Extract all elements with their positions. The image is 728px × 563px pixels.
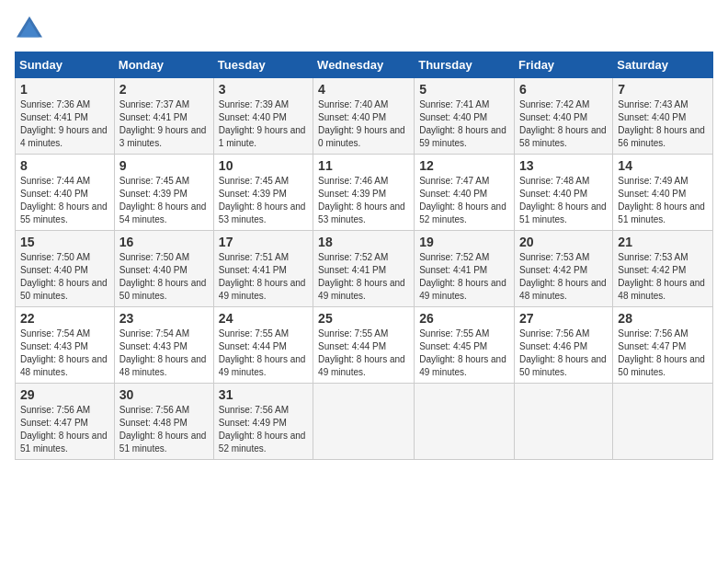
day-number: 13 bbox=[519, 158, 608, 173]
day-info: Sunrise: 7:55 AMSunset: 4:44 PMDaylight:… bbox=[318, 327, 409, 379]
day-info: Sunrise: 7:54 AMSunset: 4:43 PMDaylight:… bbox=[119, 327, 209, 379]
day-info: Sunrise: 7:56 AMSunset: 4:48 PMDaylight:… bbox=[119, 404, 209, 455]
day-info: Sunrise: 7:49 AMSunset: 4:40 PMDaylight:… bbox=[618, 175, 708, 226]
header-row: SundayMondayTuesdayWednesdayThursdayFrid… bbox=[16, 52, 713, 78]
calendar-cell: 13 Sunrise: 7:48 AMSunset: 4:40 PMDaylig… bbox=[515, 155, 613, 231]
calendar-cell: 28 Sunrise: 7:56 AMSunset: 4:47 PMDaylig… bbox=[613, 307, 713, 384]
calendar-cell: 4 Sunrise: 7:40 AMSunset: 4:40 PMDayligh… bbox=[313, 78, 415, 155]
calendar-cell: 26 Sunrise: 7:55 AMSunset: 4:45 PMDaylig… bbox=[415, 307, 515, 384]
calendar-row-4: 29 Sunrise: 7:56 AMSunset: 4:47 PMDaylig… bbox=[16, 384, 713, 460]
day-number: 29 bbox=[20, 387, 109, 402]
day-number: 17 bbox=[219, 235, 308, 249]
calendar-cell: 3 Sunrise: 7:39 AMSunset: 4:40 PMDayligh… bbox=[213, 78, 313, 155]
day-info: Sunrise: 7:52 AMSunset: 4:41 PMDaylight:… bbox=[318, 251, 409, 303]
calendar-row-1: 8 Sunrise: 7:44 AMSunset: 4:40 PMDayligh… bbox=[16, 155, 713, 231]
day-info: Sunrise: 7:55 AMSunset: 4:44 PMDaylight:… bbox=[219, 327, 308, 379]
calendar-cell: 11 Sunrise: 7:46 AMSunset: 4:39 PMDaylig… bbox=[313, 155, 415, 231]
day-number: 27 bbox=[519, 311, 608, 326]
calendar-cell: 6 Sunrise: 7:42 AMSunset: 4:40 PMDayligh… bbox=[515, 78, 613, 155]
day-number: 12 bbox=[419, 158, 509, 173]
day-number: 3 bbox=[219, 82, 308, 97]
day-number: 22 bbox=[20, 311, 109, 326]
day-number: 9 bbox=[119, 158, 209, 173]
calendar-cell: 16 Sunrise: 7:50 AMSunset: 4:40 PMDaylig… bbox=[114, 231, 213, 307]
day-info: Sunrise: 7:50 AMSunset: 4:40 PMDaylight:… bbox=[20, 251, 109, 303]
calendar-cell bbox=[313, 384, 415, 460]
page-header bbox=[15, 15, 713, 40]
day-info: Sunrise: 7:54 AMSunset: 4:43 PMDaylight:… bbox=[20, 327, 109, 379]
day-info: Sunrise: 7:36 AMSunset: 4:41 PMDaylight:… bbox=[20, 98, 109, 150]
calendar-cell: 15 Sunrise: 7:50 AMSunset: 4:40 PMDaylig… bbox=[16, 231, 115, 307]
calendar-row-3: 22 Sunrise: 7:54 AMSunset: 4:43 PMDaylig… bbox=[16, 307, 713, 384]
calendar-row-0: 1 Sunrise: 7:36 AMSunset: 4:41 PMDayligh… bbox=[16, 78, 713, 155]
day-info: Sunrise: 7:53 AMSunset: 4:42 PMDaylight:… bbox=[519, 251, 608, 303]
day-info: Sunrise: 7:53 AMSunset: 4:42 PMDaylight:… bbox=[618, 251, 708, 303]
day-number: 16 bbox=[119, 235, 209, 249]
calendar-cell: 10 Sunrise: 7:45 AMSunset: 4:39 PMDaylig… bbox=[213, 155, 313, 231]
day-number: 5 bbox=[419, 82, 509, 97]
calendar-cell: 25 Sunrise: 7:55 AMSunset: 4:44 PMDaylig… bbox=[313, 307, 415, 384]
day-number: 4 bbox=[318, 82, 409, 97]
calendar-cell: 2 Sunrise: 7:37 AMSunset: 4:41 PMDayligh… bbox=[114, 78, 213, 155]
day-info: Sunrise: 7:46 AMSunset: 4:39 PMDaylight:… bbox=[318, 175, 409, 226]
day-number: 6 bbox=[519, 82, 608, 97]
day-number: 31 bbox=[219, 387, 308, 402]
header-thursday: Thursday bbox=[415, 52, 515, 78]
day-number: 15 bbox=[20, 235, 109, 249]
day-info: Sunrise: 7:37 AMSunset: 4:41 PMDaylight:… bbox=[119, 98, 209, 150]
calendar-cell: 14 Sunrise: 7:49 AMSunset: 4:40 PMDaylig… bbox=[613, 155, 713, 231]
header-tuesday: Tuesday bbox=[213, 52, 313, 78]
calendar-cell: 27 Sunrise: 7:56 AMSunset: 4:46 PMDaylig… bbox=[515, 307, 613, 384]
day-info: Sunrise: 7:52 AMSunset: 4:41 PMDaylight:… bbox=[419, 251, 509, 303]
header-friday: Friday bbox=[515, 52, 613, 78]
calendar-cell: 19 Sunrise: 7:52 AMSunset: 4:41 PMDaylig… bbox=[415, 231, 515, 307]
day-number: 21 bbox=[618, 235, 708, 249]
calendar-cell bbox=[515, 384, 613, 460]
header-wednesday: Wednesday bbox=[313, 52, 415, 78]
calendar-cell: 1 Sunrise: 7:36 AMSunset: 4:41 PMDayligh… bbox=[16, 78, 115, 155]
calendar-cell: 7 Sunrise: 7:43 AMSunset: 4:40 PMDayligh… bbox=[613, 78, 713, 155]
day-info: Sunrise: 7:43 AMSunset: 4:40 PMDaylight:… bbox=[618, 98, 708, 150]
day-number: 23 bbox=[119, 311, 209, 326]
day-number: 10 bbox=[219, 158, 308, 173]
calendar-body: 1 Sunrise: 7:36 AMSunset: 4:41 PMDayligh… bbox=[16, 78, 713, 460]
calendar-cell: 5 Sunrise: 7:41 AMSunset: 4:40 PMDayligh… bbox=[415, 78, 515, 155]
day-info: Sunrise: 7:40 AMSunset: 4:40 PMDaylight:… bbox=[318, 98, 409, 150]
day-info: Sunrise: 7:44 AMSunset: 4:40 PMDaylight:… bbox=[20, 175, 109, 226]
calendar-cell: 30 Sunrise: 7:56 AMSunset: 4:48 PMDaylig… bbox=[114, 384, 213, 460]
day-number: 1 bbox=[20, 82, 109, 97]
calendar-cell: 22 Sunrise: 7:54 AMSunset: 4:43 PMDaylig… bbox=[16, 307, 115, 384]
day-number: 26 bbox=[419, 311, 509, 326]
day-info: Sunrise: 7:47 AMSunset: 4:40 PMDaylight:… bbox=[419, 175, 509, 226]
calendar-cell: 20 Sunrise: 7:53 AMSunset: 4:42 PMDaylig… bbox=[515, 231, 613, 307]
calendar-cell: 29 Sunrise: 7:56 AMSunset: 4:47 PMDaylig… bbox=[16, 384, 115, 460]
calendar-row-2: 15 Sunrise: 7:50 AMSunset: 4:40 PMDaylig… bbox=[16, 231, 713, 307]
day-info: Sunrise: 7:55 AMSunset: 4:45 PMDaylight:… bbox=[419, 327, 509, 379]
header-sunday: Sunday bbox=[16, 52, 115, 78]
calendar-cell: 23 Sunrise: 7:54 AMSunset: 4:43 PMDaylig… bbox=[114, 307, 213, 384]
day-number: 11 bbox=[318, 158, 409, 173]
header-monday: Monday bbox=[114, 52, 213, 78]
day-info: Sunrise: 7:39 AMSunset: 4:40 PMDaylight:… bbox=[219, 98, 308, 150]
day-number: 30 bbox=[119, 387, 209, 402]
day-number: 28 bbox=[618, 311, 708, 326]
day-info: Sunrise: 7:41 AMSunset: 4:40 PMDaylight:… bbox=[419, 98, 509, 150]
calendar-cell: 31 Sunrise: 7:56 AMSunset: 4:49 PMDaylig… bbox=[213, 384, 313, 460]
calendar-cell: 24 Sunrise: 7:55 AMSunset: 4:44 PMDaylig… bbox=[213, 307, 313, 384]
logo-icon bbox=[15, 15, 44, 40]
day-number: 25 bbox=[318, 311, 409, 326]
day-info: Sunrise: 7:56 AMSunset: 4:49 PMDaylight:… bbox=[219, 404, 308, 455]
calendar-table: SundayMondayTuesdayWednesdayThursdayFrid… bbox=[15, 52, 713, 460]
day-info: Sunrise: 7:48 AMSunset: 4:40 PMDaylight:… bbox=[519, 175, 608, 226]
calendar-cell bbox=[613, 384, 713, 460]
header-saturday: Saturday bbox=[613, 52, 713, 78]
calendar-header: SundayMondayTuesdayWednesdayThursdayFrid… bbox=[16, 52, 713, 78]
day-info: Sunrise: 7:42 AMSunset: 4:40 PMDaylight:… bbox=[519, 98, 608, 150]
day-number: 14 bbox=[618, 158, 708, 173]
day-number: 18 bbox=[318, 235, 409, 249]
day-number: 24 bbox=[219, 311, 308, 326]
day-number: 7 bbox=[618, 82, 708, 97]
calendar-cell: 17 Sunrise: 7:51 AMSunset: 4:41 PMDaylig… bbox=[213, 231, 313, 307]
day-number: 20 bbox=[519, 235, 608, 249]
logo bbox=[15, 15, 48, 40]
